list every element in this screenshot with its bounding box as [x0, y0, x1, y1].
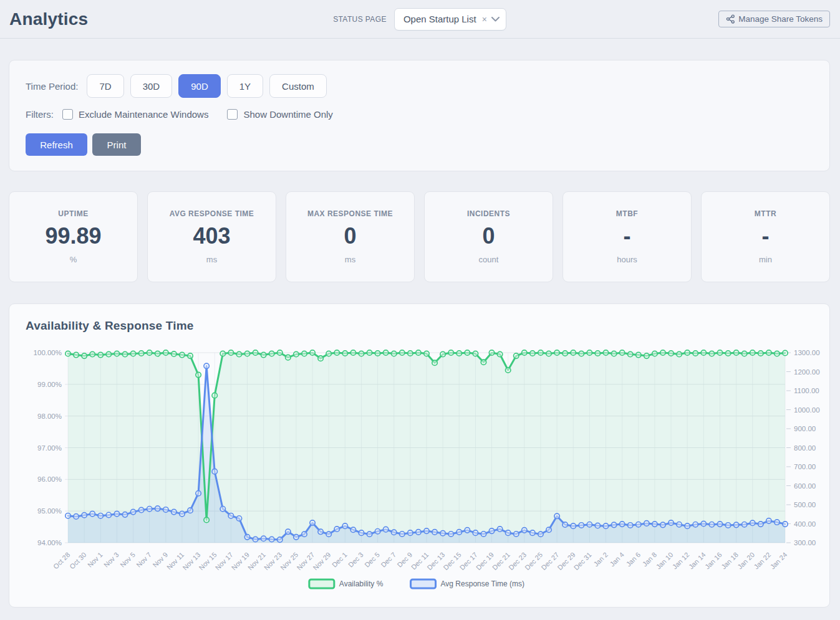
availability-point[interactable] [750, 350, 755, 355]
availability-point[interactable] [310, 350, 315, 355]
checkbox-icon[interactable] [227, 109, 238, 120]
availability-point[interactable] [652, 351, 657, 356]
availability-point[interactable] [775, 351, 780, 356]
availability-point[interactable] [758, 351, 763, 356]
response-point[interactable] [758, 522, 763, 527]
response-point[interactable] [90, 511, 95, 516]
response-point[interactable] [367, 532, 372, 537]
availability-point[interactable] [514, 353, 519, 358]
response-point[interactable] [130, 509, 135, 514]
availability-point[interactable] [628, 351, 633, 356]
response-point[interactable] [685, 523, 690, 528]
response-point[interactable] [383, 527, 388, 532]
availability-point[interactable] [180, 352, 185, 357]
availability-point[interactable] [253, 350, 258, 355]
response-point[interactable] [595, 523, 600, 528]
response-point[interactable] [766, 518, 771, 523]
availability-point[interactable] [725, 351, 730, 356]
availability-point[interactable] [269, 351, 274, 356]
response-point[interactable] [163, 507, 168, 512]
checkbox-icon[interactable] [62, 109, 73, 120]
response-point[interactable] [652, 522, 657, 527]
availability-point[interactable] [473, 351, 478, 356]
response-point[interactable] [448, 532, 453, 537]
availability-point[interactable] [571, 350, 576, 355]
response-point[interactable] [587, 522, 592, 527]
response-point[interactable] [147, 507, 152, 512]
response-point[interactable] [188, 508, 193, 513]
availability-point[interactable] [122, 351, 127, 356]
response-point[interactable] [546, 527, 551, 532]
response-point[interactable] [318, 529, 323, 534]
availability-point[interactable] [204, 517, 209, 522]
response-point[interactable] [269, 537, 274, 541]
response-point[interactable] [497, 527, 502, 532]
availability-point[interactable] [530, 351, 535, 356]
availability-point[interactable] [693, 351, 698, 356]
response-point[interactable] [310, 520, 315, 525]
availability-point[interactable] [579, 351, 584, 356]
response-point[interactable] [693, 522, 698, 527]
availability-point[interactable] [278, 350, 282, 355]
response-point[interactable] [375, 529, 380, 534]
response-point[interactable] [725, 523, 730, 528]
availability-point[interactable] [220, 351, 225, 356]
availability-point[interactable] [261, 352, 266, 357]
response-point[interactable] [122, 512, 127, 517]
availability-point[interactable] [416, 350, 421, 355]
response-point[interactable] [783, 522, 788, 527]
availability-point[interactable] [669, 351, 673, 356]
availability-point[interactable] [408, 351, 413, 356]
response-point[interactable] [350, 527, 355, 532]
availability-point[interactable] [448, 350, 453, 355]
availability-point[interactable] [163, 350, 168, 355]
response-point[interactable] [359, 530, 364, 535]
availability-point[interactable] [114, 351, 119, 356]
response-point[interactable] [236, 516, 241, 521]
response-point[interactable] [775, 520, 780, 525]
response-point[interactable] [424, 528, 429, 533]
response-point[interactable] [473, 530, 478, 535]
availability-point[interactable] [709, 351, 714, 356]
response-point[interactable] [114, 511, 119, 516]
availability-point[interactable] [318, 356, 323, 361]
availability-point[interactable] [188, 353, 193, 358]
response-point[interactable] [644, 521, 649, 526]
time-period-7d[interactable]: 7D [87, 74, 123, 98]
response-point[interactable] [392, 530, 397, 535]
availability-point[interactable] [342, 351, 347, 356]
response-point[interactable] [733, 522, 738, 527]
availability-point[interactable] [74, 352, 79, 357]
response-point[interactable] [326, 532, 331, 537]
availability-point[interactable] [367, 350, 372, 355]
time-period-90d[interactable]: 90D [178, 74, 221, 98]
time-period-30d[interactable]: 30D [130, 74, 173, 98]
availability-point[interactable] [611, 351, 616, 356]
response-point[interactable] [611, 522, 616, 527]
availability-point[interactable] [155, 351, 160, 356]
availability-point[interactable] [456, 351, 461, 356]
response-point[interactable] [481, 532, 486, 537]
availability-point[interactable] [701, 350, 706, 355]
legend-item-availability[interactable]: Availability % [309, 579, 384, 588]
clear-selection-icon[interactable]: × [482, 15, 487, 24]
availability-point[interactable] [196, 372, 201, 377]
response-point[interactable] [538, 532, 543, 537]
availability-point[interactable] [481, 360, 486, 365]
availability-point[interactable] [505, 368, 510, 373]
response-point[interactable] [416, 530, 421, 535]
availability-point[interactable] [138, 351, 143, 356]
response-point[interactable] [571, 523, 576, 528]
response-point[interactable] [432, 530, 437, 535]
response-point[interactable] [253, 537, 258, 541]
response-point[interactable] [554, 513, 559, 518]
response-point[interactable] [562, 522, 567, 527]
availability-point[interactable] [595, 351, 600, 356]
availability-point[interactable] [90, 351, 95, 356]
response-point[interactable] [294, 535, 299, 540]
availability-point[interactable] [783, 350, 788, 355]
availability-point[interactable] [375, 351, 380, 356]
availability-point[interactable] [603, 350, 608, 355]
response-point[interactable] [228, 513, 233, 518]
response-point[interactable] [669, 520, 673, 525]
